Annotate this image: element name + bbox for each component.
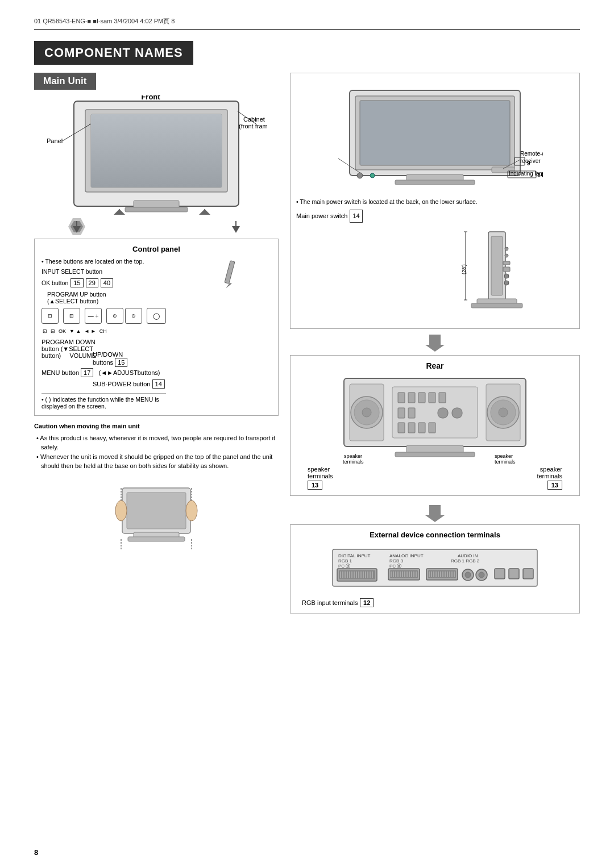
btn-sub-3: OK — [59, 328, 66, 334]
svg-text:DIGITAL INPUT: DIGITAL INPUT — [338, 553, 371, 558]
external-device-illustration: DIGITAL INPUT RGB 1 PC ⓓ ANALOG INPUT RG… — [327, 544, 543, 595]
svg-rect-77 — [398, 408, 405, 418]
control-panel-title: Control panel — [42, 245, 271, 253]
svg-rect-52 — [491, 236, 503, 295]
tv-carry-illustration — [105, 477, 208, 556]
svg-point-154 — [479, 572, 484, 578]
svg-text:receiver: receiver — [520, 158, 541, 164]
speaker-right-group: speaker terminals 13 — [537, 466, 562, 490]
svg-point-60 — [504, 281, 509, 285]
rgb-num: 12 — [360, 598, 374, 607]
svg-rect-83 — [418, 423, 425, 433]
right-top-section: Remote-control receiver 9 Indicating lam… — [290, 73, 580, 329]
control-panel-illustration — [172, 258, 271, 410]
svg-text:Remote-control: Remote-control — [520, 151, 543, 157]
arrow-to-external — [290, 505, 580, 522]
svg-rect-81 — [398, 423, 405, 433]
svg-text:Cabinet: Cabinet — [243, 116, 265, 123]
svg-rect-90 — [395, 452, 475, 457]
btn-sub-6: CH — [99, 328, 107, 334]
arrow-left — [68, 218, 85, 235]
svg-text:RGB 1  RGB 2: RGB 1 RGB 2 — [451, 558, 480, 564]
tv-side-illustration: Remote-control receiver 9 Indicating lam… — [327, 79, 543, 193]
menu-num: 17 — [81, 368, 93, 377]
btn-sub-4: ▼ ▲ — [69, 328, 81, 334]
svg-rect-50 — [395, 180, 475, 185]
svg-rect-73 — [408, 393, 415, 403]
svg-marker-65 — [425, 335, 445, 352]
control-panel-inner: • These buttons are located on the top. … — [42, 258, 271, 410]
button-icons-row: ⊡ ⊟ — + ⊙ ⊙ ◯ — [42, 308, 166, 324]
caution-point1: As this product is heavy, whenever it is… — [34, 433, 279, 452]
main-unit-badge: Main Unit — [34, 73, 96, 90]
svg-rect-79 — [438, 408, 448, 418]
svg-text:terminals: terminals — [495, 459, 516, 464]
volume-num: 15 — [115, 358, 127, 367]
svg-rect-75 — [429, 393, 435, 403]
svg-point-59 — [504, 274, 509, 278]
svg-point-40 — [370, 173, 375, 178]
svg-point-56 — [505, 254, 508, 257]
svg-rect-3 — [91, 114, 222, 187]
program-up-label: PROGRAM UP button — [47, 291, 166, 298]
tv-front-illustration: Panel Cabinet (front frame) Front — [45, 95, 267, 215]
svg-text:(28'): (28') — [461, 264, 467, 274]
svg-rect-72 — [398, 393, 405, 403]
svg-text:Front: Front — [141, 95, 160, 101]
btn-sub-2: ⊟ — [51, 328, 55, 334]
speaker-label-row: speaker terminals 13 speaker terminals — [296, 466, 574, 490]
svg-rect-58 — [503, 267, 510, 272]
svg-point-70 — [362, 408, 371, 417]
svg-text:speaker: speaker — [344, 453, 362, 459]
icon-btn-3: — + — [85, 308, 102, 324]
caution-title: Caution when moving the main unit — [34, 422, 279, 431]
page-number: 8 — [34, 848, 38, 857]
svg-text:PC ⓓ: PC ⓓ — [338, 564, 350, 569]
speaker-left-group: speaker terminals 13 — [308, 466, 333, 490]
svg-text:14: 14 — [537, 172, 543, 178]
rear-label: Rear — [296, 361, 574, 370]
ok-num-40: 40 — [101, 278, 113, 287]
svg-text:Panel: Panel — [47, 137, 63, 144]
right-column: Remote-control receiver 9 Indicating lam… — [290, 73, 580, 623]
arrow-right — [227, 218, 244, 235]
input-select-label: INPUT SELECT button — [42, 268, 166, 275]
header-line: 01 QR58543-ENG-■ ■I-sam 3/4/2004 4:02 PM… — [34, 17, 580, 30]
btn-sub-5: ◄ ► — [84, 328, 96, 334]
svg-point-152 — [465, 572, 471, 578]
main-power-row: Main power switch 14 — [296, 210, 574, 223]
control-panel-box: Control panel • These buttons are locate… — [34, 239, 279, 416]
svg-text:RGB 3: RGB 3 — [389, 558, 404, 564]
svg-rect-25 — [127, 493, 186, 529]
ok-button-row: OK button 15 29 40 — [42, 278, 166, 287]
svg-point-28 — [115, 500, 127, 521]
right-top-labels: • The main power switch is located at th… — [296, 197, 574, 223]
icon-btn-4: ⊙ — [106, 308, 123, 324]
control-panel-svg — [193, 258, 250, 349]
sub-power-row: SUB-POWER button 14 — [93, 379, 166, 389]
svg-rect-74 — [418, 393, 425, 403]
select-up-label: (▲SELECT button) — [47, 298, 166, 304]
svg-rect-157 — [523, 569, 533, 579]
ok-label: OK button — [42, 279, 68, 286]
left-column: Main Unit — [34, 73, 279, 623]
icon-btn-group: ⊙ ⊙ — [106, 308, 142, 324]
down-arrow-2-svg — [421, 505, 449, 522]
ok-num-15: 15 — [70, 278, 83, 287]
svg-text:ANALOG INPUT: ANALOG INPUT — [389, 553, 424, 558]
speaker-right-label: speaker terminals — [537, 466, 562, 479]
icon-btn-2: ⊟ — [63, 308, 80, 324]
main-power-note: • The main power switch is located at th… — [296, 197, 574, 207]
svg-rect-156 — [509, 569, 519, 579]
side-view-container: (28') — [296, 226, 574, 323]
tv-side-view-svg: (28') — [460, 226, 574, 323]
svg-rect-22 — [224, 261, 234, 284]
svg-rect-84 — [429, 423, 435, 433]
svg-rect-80 — [452, 408, 462, 418]
external-device-section: External device connection terminals DIG… — [290, 524, 580, 614]
ok-num-29: 29 — [86, 278, 98, 287]
svg-text:PC ⓓ: PC ⓓ — [389, 564, 401, 569]
svg-point-38 — [357, 173, 363, 178]
arrow-to-rear — [290, 335, 580, 352]
icon-btn-5: ⊙ — [125, 308, 142, 324]
